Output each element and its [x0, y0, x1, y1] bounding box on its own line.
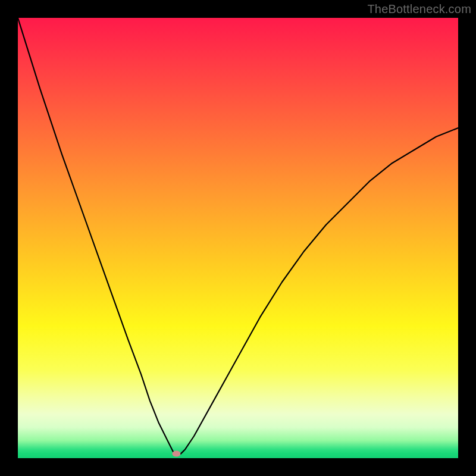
watermark-text: TheBottleneck.com: [367, 2, 471, 16]
chart-frame: TheBottleneck.com: [0, 0, 476, 476]
plot-area: [18, 18, 458, 458]
background-gradient: [18, 18, 458, 458]
